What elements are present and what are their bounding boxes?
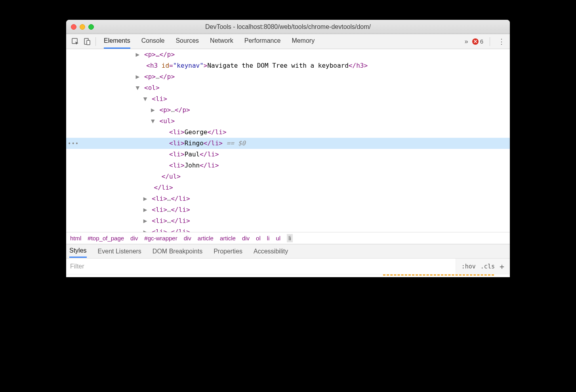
dom-node[interactable]: ▶ <li>…</li>: [66, 204, 510, 215]
error-count: 6: [480, 38, 483, 45]
dom-node[interactable]: ▶ <li>…</li>: [66, 226, 510, 232]
tab-elements[interactable]: Elements: [104, 34, 130, 49]
dom-node[interactable]: <li>Paul</li>: [66, 149, 510, 160]
tab-console[interactable]: Console: [141, 34, 165, 49]
close-icon[interactable]: [71, 24, 76, 30]
bottom-strip: [66, 274, 510, 277]
toolbar-divider: [490, 37, 490, 46]
breadcrumb-item-selected[interactable]: li: [287, 234, 293, 242]
dom-node[interactable]: <h3 id="keynav">Navigate the DOM Tree wi…: [66, 60, 510, 71]
main-tabs: Elements Console Sources Network Perform…: [104, 34, 315, 49]
titlebar: DevTools - localhost:8080/web/tools/chro…: [66, 20, 510, 34]
breadcrumb-item[interactable]: div: [130, 235, 138, 242]
dom-node[interactable]: ▶ <li>…</li>: [66, 215, 510, 226]
dom-node[interactable]: ▼ <ul>: [66, 116, 510, 127]
tab-performance[interactable]: Performance: [244, 34, 281, 49]
kebab-icon[interactable]: ⋮: [496, 37, 507, 46]
tab-sources[interactable]: Sources: [175, 34, 199, 49]
subtab-accessibility[interactable]: Accessibility: [254, 245, 288, 257]
dom-node-selected[interactable]: ••• <li>Ringo</li> == $0: [66, 138, 510, 149]
devtools-window: DevTools - localhost:8080/web/tools/chro…: [66, 20, 510, 277]
window-title: DevTools - localhost:8080/web/tools/chro…: [205, 23, 371, 30]
dom-node[interactable]: ▶ <p>…</p>: [66, 71, 510, 82]
dom-node[interactable]: ▼ <ol>: [66, 82, 510, 93]
breadcrumb: html #top_of_page div #gc-wrapper div ar…: [66, 232, 510, 244]
breadcrumb-item[interactable]: #top_of_page: [88, 235, 124, 242]
toolbar-divider: [95, 37, 96, 46]
dom-node[interactable]: <li>John</li>: [66, 160, 510, 171]
breadcrumb-item[interactable]: ul: [276, 235, 280, 242]
row-actions-icon[interactable]: •••: [68, 138, 79, 149]
dom-node[interactable]: ▶ <li>…</li>: [66, 193, 510, 204]
breadcrumb-item[interactable]: div: [184, 235, 191, 242]
breadcrumb-item[interactable]: article: [220, 235, 236, 242]
device-toggle-icon[interactable]: [81, 36, 93, 48]
breadcrumb-item[interactable]: li: [267, 235, 270, 242]
error-badge[interactable]: ✕ 6: [472, 38, 483, 45]
subtab-dom-breakpoints[interactable]: DOM Breakpoints: [153, 245, 202, 257]
filter-input[interactable]: [66, 259, 456, 274]
breadcrumb-item[interactable]: html: [70, 235, 81, 242]
minimize-icon[interactable]: [80, 24, 85, 30]
filter-bar: :hov .cls +: [66, 258, 510, 274]
fullscreen-icon[interactable]: [88, 24, 94, 30]
traffic-lights: [71, 24, 94, 30]
dom-node[interactable]: <li>George</li>: [66, 127, 510, 138]
box-model-hint: [383, 274, 494, 276]
overflow-icon[interactable]: »: [465, 38, 468, 45]
subtab-styles[interactable]: Styles: [69, 245, 87, 258]
svg-rect-2: [87, 40, 90, 45]
toolbar-right: » ✕ 6 ⋮: [465, 37, 507, 46]
new-style-rule-icon[interactable]: +: [500, 262, 504, 271]
breadcrumb-item[interactable]: div: [242, 235, 250, 242]
dom-node[interactable]: ▶ <p>…</p>: [66, 105, 510, 116]
dom-node[interactable]: ▶ <p>…</p>: [66, 49, 510, 60]
breadcrumb-item[interactable]: article: [198, 235, 214, 242]
subtab-event-listeners[interactable]: Event Listeners: [98, 245, 141, 257]
breadcrumb-item[interactable]: ol: [256, 235, 261, 242]
tab-network[interactable]: Network: [210, 34, 233, 49]
subtab-properties[interactable]: Properties: [214, 245, 242, 257]
inspect-icon[interactable]: [69, 36, 81, 48]
dom-tree-panel[interactable]: ▶ <p>…</p> <h3 id="keynav">Navigate the …: [66, 49, 510, 232]
filter-actions: :hov .cls +: [456, 259, 510, 274]
cls-toggle[interactable]: .cls: [481, 263, 495, 270]
dom-node[interactable]: </li>: [66, 182, 510, 193]
styles-tabs: Styles Event Listeners DOM Breakpoints P…: [66, 244, 510, 258]
hov-toggle[interactable]: :hov: [462, 263, 476, 270]
error-icon: ✕: [472, 38, 479, 45]
dom-node[interactable]: ▼ <li>: [66, 93, 510, 105]
breadcrumb-item[interactable]: #gc-wrapper: [144, 235, 177, 242]
tab-memory[interactable]: Memory: [292, 34, 315, 49]
dom-node[interactable]: </ul>: [66, 171, 510, 182]
main-toolbar: Elements Console Sources Network Perform…: [66, 34, 510, 49]
